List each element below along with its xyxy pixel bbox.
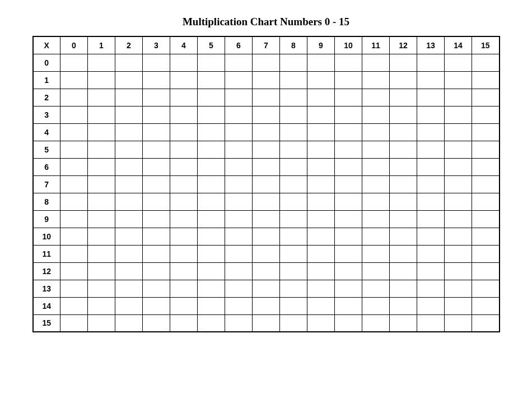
table-cell — [225, 280, 253, 297]
corner-cell: X — [33, 36, 60, 54]
table-cell — [472, 71, 500, 89]
table-cell — [472, 141, 500, 158]
table-body: X012345678910111213141501234567891011121… — [33, 36, 500, 332]
table-cell — [280, 54, 307, 71]
table-cell — [198, 71, 225, 89]
table-cell — [280, 228, 307, 245]
table-cell — [307, 71, 335, 89]
table-cell — [445, 210, 472, 228]
col-header: 9 — [307, 36, 335, 54]
col-header: 6 — [225, 36, 253, 54]
table-cell — [307, 245, 335, 262]
table-cell — [253, 175, 280, 193]
table-cell — [335, 141, 362, 158]
table-cell — [445, 262, 472, 280]
table-cell — [280, 210, 307, 228]
table-cell — [445, 106, 472, 123]
table-cell — [115, 158, 143, 175]
table-cell — [472, 262, 500, 280]
table-cell — [362, 193, 390, 210]
table-cell — [335, 123, 362, 141]
table-cell — [390, 141, 417, 158]
table-cell — [390, 210, 417, 228]
table-row: 5 — [33, 141, 500, 158]
table-cell — [307, 193, 335, 210]
table-cell — [280, 262, 307, 280]
table-cell — [445, 158, 472, 175]
table-cell — [198, 314, 225, 332]
col-header: 10 — [335, 36, 362, 54]
table-cell — [307, 297, 335, 314]
table-cell — [88, 193, 115, 210]
table-cell — [60, 228, 88, 245]
table-cell — [60, 193, 88, 210]
table-cell — [198, 54, 225, 71]
table-cell — [307, 89, 335, 106]
table-cell — [143, 123, 170, 141]
table-cell — [362, 228, 390, 245]
table-cell — [472, 175, 500, 193]
table-cell — [225, 245, 253, 262]
col-header: 4 — [170, 36, 198, 54]
table-row: 11 — [33, 245, 500, 262]
page-title: Multiplication Chart Numbers 0 - 15 — [0, 16, 532, 28]
row-header: 6 — [33, 158, 60, 175]
table-cell — [307, 262, 335, 280]
table-cell — [445, 71, 472, 89]
table-cell — [280, 245, 307, 262]
table-cell — [362, 158, 390, 175]
table-cell — [417, 141, 445, 158]
table-cell — [417, 123, 445, 141]
table-cell — [170, 193, 198, 210]
col-header: 11 — [362, 36, 390, 54]
table-cell — [307, 123, 335, 141]
table-cell — [60, 54, 88, 71]
table-cell — [362, 175, 390, 193]
table-cell — [170, 158, 198, 175]
table-cell — [170, 123, 198, 141]
table-cell — [198, 123, 225, 141]
table-cell — [362, 262, 390, 280]
table-cell — [335, 280, 362, 297]
table-cell — [417, 297, 445, 314]
table-cell — [88, 314, 115, 332]
table-cell — [472, 210, 500, 228]
table-cell — [445, 141, 472, 158]
table-cell — [143, 71, 170, 89]
table-cell — [170, 262, 198, 280]
table-cell — [417, 262, 445, 280]
table-cell — [60, 141, 88, 158]
table-cell — [417, 106, 445, 123]
row-header: 5 — [33, 141, 60, 158]
table-cell — [280, 314, 307, 332]
table-cell — [115, 280, 143, 297]
table-cell — [390, 54, 417, 71]
table-cell — [253, 89, 280, 106]
table-cell — [335, 89, 362, 106]
table-cell — [143, 193, 170, 210]
table-cell — [88, 89, 115, 106]
table-cell — [307, 54, 335, 71]
table-cell — [88, 245, 115, 262]
table-cell — [390, 106, 417, 123]
table-cell — [170, 314, 198, 332]
table-cell — [170, 280, 198, 297]
table-cell — [362, 245, 390, 262]
col-header: 13 — [417, 36, 445, 54]
table-row: 12 — [33, 262, 500, 280]
row-header: 8 — [33, 193, 60, 210]
row-header: 11 — [33, 245, 60, 262]
table-cell — [280, 89, 307, 106]
table-cell — [88, 228, 115, 245]
table-cell — [225, 54, 253, 71]
col-header: 3 — [143, 36, 170, 54]
table-cell — [198, 141, 225, 158]
table-cell — [472, 314, 500, 332]
table-cell — [115, 193, 143, 210]
table-cell — [170, 210, 198, 228]
table-cell — [115, 54, 143, 71]
table-cell — [417, 210, 445, 228]
table-cell — [170, 297, 198, 314]
table-cell — [362, 89, 390, 106]
table-cell — [225, 141, 253, 158]
